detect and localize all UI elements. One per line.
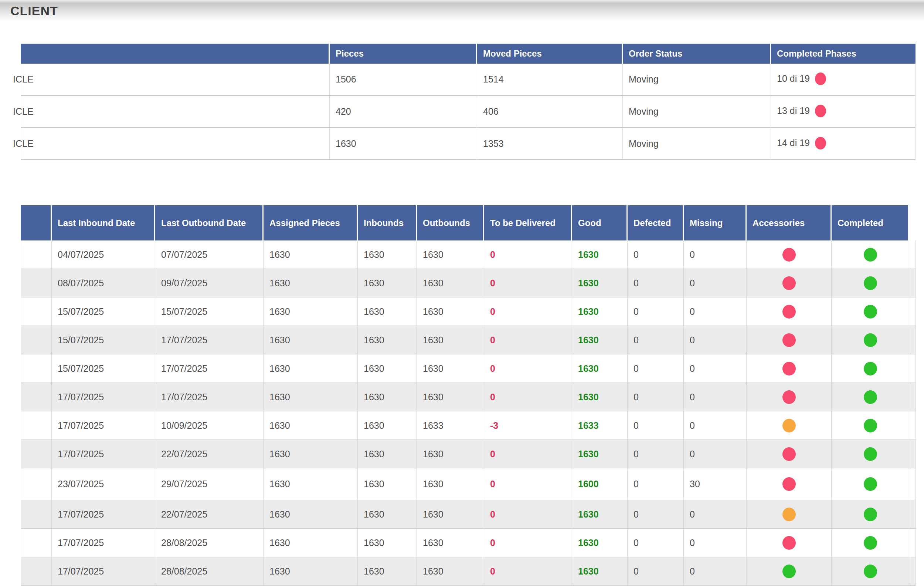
phases-cell-completed: [832, 440, 909, 468]
phases-cell-defected: 0: [628, 354, 684, 383]
phases-cell-outbounds: 1630: [417, 440, 484, 468]
phases-cell-last-outbound-date: 07/07/2025: [155, 240, 264, 269]
page-title: CLIENT: [10, 4, 58, 18]
phases-cell-completed: [832, 557, 909, 586]
phases-cell-blank: [21, 298, 52, 326]
phases-row[interactable]: 17/07/202528/08/20251630163016300163000: [21, 529, 916, 557]
completed-phases-text: 10 di 19: [777, 73, 810, 84]
phases-cell-missing: 30: [684, 468, 747, 500]
phases-cell-trailing: [909, 411, 916, 440]
orders-header-client: [21, 44, 330, 64]
phases-cell-missing: 0: [684, 557, 747, 586]
orders-header-completed-phases: Completed Phases: [771, 44, 916, 64]
phases-cell-last-inbound-date: 17/07/2025: [52, 411, 155, 440]
phases-cell-missing: 0: [684, 326, 747, 354]
phases-cell-last-outbound-date: 17/07/2025: [155, 354, 264, 383]
accessories-status-icon: [782, 248, 796, 262]
orders-row[interactable]: ICLE16301353Moving14 di 19: [21, 128, 916, 160]
orders-cell-pieces: 1630: [330, 128, 477, 160]
phases-row[interactable]: 17/07/202522/07/20251630163016300163000: [21, 440, 916, 468]
orders-header-moved-pieces: Moved Pieces: [477, 44, 623, 64]
phases-row[interactable]: 17/07/202528/08/20251630163016300163000: [21, 557, 916, 586]
orders-row[interactable]: ICLE15061514Moving10 di 19: [21, 64, 916, 96]
phases-cell-inbounds: 1630: [358, 500, 417, 529]
accessories-status-icon: [782, 477, 796, 491]
phases-cell-completed: [832, 383, 909, 411]
phases-cell-trailing: [909, 269, 916, 298]
phases-cell-missing: 0: [684, 269, 747, 298]
orders-cell-client: ICLE: [21, 64, 330, 96]
phases-cell-last-outbound-date: 28/08/2025: [155, 529, 264, 557]
phases-header-completed: Completed: [832, 205, 909, 240]
phases-cell-good: 1630: [572, 440, 628, 468]
orders-cell-client: ICLE: [21, 128, 330, 160]
accessories-status-icon: [782, 276, 796, 290]
phases-cell-defected: 0: [628, 468, 684, 500]
completed-status-icon: [864, 305, 877, 318]
phases-cell-blank: [21, 529, 52, 557]
phases-cell-good: 1630: [572, 383, 628, 411]
phases-cell-good: 1630: [572, 269, 628, 298]
phases-cell-to-be-delivered: 0: [484, 383, 572, 411]
phases-cell-missing: 0: [684, 354, 747, 383]
phases-cell-good: 1630: [572, 557, 628, 586]
phases-table: Last Inbound DateLast Outbound DateAssig…: [21, 205, 916, 586]
phases-cell-to-be-delivered: 0: [484, 440, 572, 468]
phases-cell-missing: 0: [684, 298, 747, 326]
orders-header-pieces: Pieces: [330, 44, 477, 64]
phases-cell-missing: 0: [684, 383, 747, 411]
phases-cell-assigned-pieces: 1630: [264, 411, 358, 440]
phases-cell-assigned-pieces: 1630: [264, 440, 358, 468]
phases-cell-last-inbound-date: 15/07/2025: [52, 354, 155, 383]
phases-cell-missing: 0: [684, 529, 747, 557]
phases-row[interactable]: 15/07/202517/07/20251630163016300163000: [21, 326, 916, 354]
orders-cell-client: ICLE: [21, 96, 330, 128]
phases-cell-assigned-pieces: 1630: [264, 269, 358, 298]
phases-row[interactable]: 17/07/202522/07/20251630163016300163000: [21, 500, 916, 529]
phases-row[interactable]: 17/07/202510/09/2025163016301633-3163300: [21, 411, 916, 440]
accessories-status-icon: [782, 564, 796, 578]
phases-cell-good: 1630: [572, 298, 628, 326]
phases-cell-assigned-pieces: 1630: [264, 500, 358, 529]
orders-header-order-status: Order Status: [623, 44, 771, 64]
phases-cell-accessories: [747, 354, 832, 383]
completed-status-icon: [864, 419, 877, 432]
phases-cell-last-inbound-date: 17/07/2025: [52, 500, 155, 529]
phases-cell-blank: [21, 240, 52, 269]
phases-cell-assigned-pieces: 1630: [264, 326, 358, 354]
completed-status-icon: [864, 362, 877, 376]
phases-header-to-be-delivered: To be Delivered: [484, 205, 572, 240]
phases-cell-to-be-delivered: -3: [484, 411, 572, 440]
phase-status-icon: [815, 105, 826, 117]
phases-cell-last-inbound-date: 17/07/2025: [52, 440, 155, 468]
phases-cell-blank: [21, 468, 52, 500]
phases-cell-inbounds: 1630: [358, 411, 417, 440]
phases-row[interactable]: 15/07/202515/07/20251630163016300163000: [21, 298, 916, 326]
phases-cell-outbounds: 1630: [417, 354, 484, 383]
phases-cell-to-be-delivered: 0: [484, 529, 572, 557]
phases-cell-assigned-pieces: 1630: [264, 468, 358, 500]
phases-cell-assigned-pieces: 1630: [264, 557, 358, 586]
phases-cell-inbounds: 1630: [358, 440, 417, 468]
phases-cell-assigned-pieces: 1630: [264, 354, 358, 383]
phases-row[interactable]: 23/07/202529/07/202516301630163001600030: [21, 468, 916, 500]
orders-row[interactable]: ICLE420406Moving13 di 19: [21, 96, 916, 128]
phases-cell-outbounds: 1630: [417, 298, 484, 326]
phases-table-body: 04/07/202507/07/202516301630163001630000…: [21, 240, 916, 586]
phases-cell-last-outbound-date: 22/07/2025: [155, 500, 264, 529]
phases-cell-missing: 0: [684, 240, 747, 269]
phases-cell-completed: [832, 240, 909, 269]
orders-cell-order-status: Moving: [623, 96, 771, 128]
phases-cell-to-be-delivered: 0: [484, 468, 572, 500]
completed-status-icon: [864, 508, 877, 521]
phases-cell-to-be-delivered: 0: [484, 354, 572, 383]
phases-row[interactable]: 08/07/202509/07/20251630163016300163000: [21, 269, 916, 298]
phases-header-accessories: Accessories: [747, 205, 832, 240]
phases-cell-defected: 0: [628, 557, 684, 586]
phases-row[interactable]: 17/07/202517/07/20251630163016300163000: [21, 383, 916, 411]
phases-cell-trailing: [909, 326, 916, 354]
phases-cell-accessories: [747, 500, 832, 529]
phases-row[interactable]: 04/07/202507/07/20251630163016300163000: [21, 240, 916, 269]
orders-cell-order-status: Moving: [623, 128, 771, 160]
phases-row[interactable]: 15/07/202517/07/20251630163016300163000: [21, 354, 916, 383]
